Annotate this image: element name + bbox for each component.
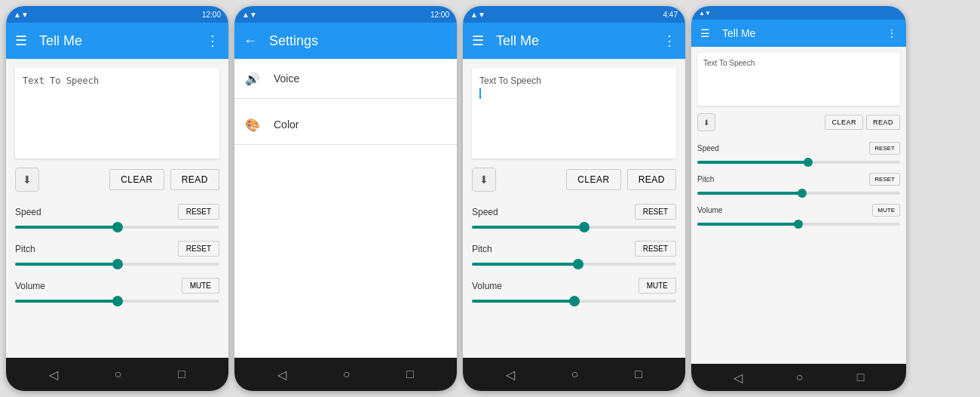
app-title-2: Settings <box>269 33 448 49</box>
speed-reset-3[interactable]: RESET <box>635 204 676 220</box>
back-nav-1[interactable]: ◁ <box>49 368 58 382</box>
speed-header-4: Speed RESET <box>697 142 900 155</box>
volume-thumb-3[interactable] <box>569 296 580 306</box>
slider-section-3: Speed RESET Pitch RESET <box>472 201 676 309</box>
read-button-4[interactable]: READ <box>866 115 900 130</box>
text-value-3: Text To Speech <box>479 75 669 86</box>
button-row-3: ⬇ CLEAR READ <box>472 165 676 195</box>
hamburger-icon-1[interactable]: ☰ <box>15 32 27 49</box>
paste-button-4[interactable]: ⬇ <box>697 113 715 131</box>
home-nav-3[interactable]: ○ <box>571 368 579 381</box>
volume-fill-1 <box>15 300 118 303</box>
clear-button-4[interactable]: CLEAR <box>825 115 863 130</box>
home-nav-2[interactable]: ○ <box>343 368 351 381</box>
pitch-reset-4[interactable]: RESET <box>869 173 900 186</box>
app-title-4: Tell Me <box>722 27 887 39</box>
speed-slider-row-4: Speed RESET <box>697 142 900 167</box>
pitch-thumb-3[interactable] <box>573 259 583 269</box>
settings-item-color[interactable]: 🎨 Color <box>234 105 457 145</box>
pitch-track-3[interactable] <box>472 263 676 266</box>
pitch-header-3: Pitch RESET <box>472 241 676 257</box>
speed-track-4[interactable] <box>697 161 900 164</box>
app-bar-1: ☰ Tell Me ⋮ <box>6 23 228 59</box>
back-nav-2[interactable]: ◁ <box>277 368 286 382</box>
volume-mute-4[interactable]: MUTE <box>872 204 900 217</box>
volume-mute-1[interactable]: MUTE <box>182 278 219 294</box>
text-display-3[interactable]: Text To Speech <box>472 68 676 158</box>
status-right-3: 4:47 <box>663 11 678 19</box>
speed-label-4: Speed <box>697 144 719 152</box>
speed-thumb-1[interactable] <box>112 222 123 232</box>
hamburger-icon-3[interactable]: ☰ <box>472 32 484 49</box>
volume-track-4[interactable] <box>697 223 900 226</box>
speed-slider-row-1: Speed RESET <box>15 204 219 232</box>
volume-mute-3[interactable]: MUTE <box>639 278 676 294</box>
volume-thumb-1[interactable] <box>112 296 123 306</box>
read-button-3[interactable]: READ <box>627 169 676 190</box>
speed-thumb-4[interactable] <box>804 158 813 167</box>
status-signal-3: ▲▼ <box>470 11 485 19</box>
status-right-1: 12:00 <box>202 11 221 19</box>
phone-3: ▲▼ 4:47 ☰ Tell Me ⋮ Text To Speech ⬇ CLE… <box>463 6 685 391</box>
speed-header-3: Speed RESET <box>472 204 676 220</box>
nav-bar-4: ◁ ○ □ <box>691 364 906 391</box>
menu-icon-3[interactable]: ⋮ <box>663 32 676 49</box>
clear-button-3[interactable]: CLEAR <box>566 169 621 190</box>
pitch-track-4[interactable] <box>697 192 900 195</box>
back-nav-3[interactable]: ◁ <box>506 368 515 382</box>
speed-fill-4 <box>697 161 809 164</box>
speed-thumb-3[interactable] <box>579 222 590 232</box>
home-nav-1[interactable]: ○ <box>115 368 122 381</box>
pitch-slider-row-1: Pitch RESET <box>15 241 219 269</box>
slider-section-4: Speed RESET Pitch RESET <box>697 139 900 232</box>
volume-thumb-4[interactable] <box>794 220 803 229</box>
volume-fill-3 <box>472 300 574 303</box>
recents-nav-2[interactable]: □ <box>406 368 414 381</box>
speed-track-1[interactable] <box>15 226 219 229</box>
text-input-1[interactable]: Text To Speech <box>15 68 219 158</box>
paste-button-1[interactable]: ⬇ <box>15 168 39 192</box>
volume-header-3: Volume MUTE <box>472 278 676 294</box>
pitch-track-1[interactable] <box>15 263 219 266</box>
home-nav-4[interactable]: ○ <box>796 371 804 384</box>
voice-label: Voice <box>274 72 299 85</box>
pitch-thumb-4[interactable] <box>798 189 807 198</box>
hamburger-icon-4[interactable]: ☰ <box>700 27 710 39</box>
text-display-4[interactable]: Text To Speech <box>697 53 900 106</box>
phone-1: ▲▼ 12:00 ☰ Tell Me ⋮ Text To Speech ⬇ CL… <box>6 6 228 391</box>
text-value-4: Text To Speech <box>703 59 755 67</box>
volume-header-1: Volume MUTE <box>15 278 219 294</box>
pitch-fill-3 <box>472 263 578 266</box>
paste-icon-1: ⬇ <box>23 174 32 186</box>
volume-track-1[interactable] <box>15 300 219 303</box>
pitch-fill-1 <box>15 263 118 266</box>
pitch-thumb-1[interactable] <box>112 259 123 269</box>
pitch-label-3: Pitch <box>472 244 492 254</box>
volume-track-3[interactable] <box>472 300 676 303</box>
status-time-2: 12:00 <box>430 11 449 19</box>
status-signal-1: ▲▼ <box>14 11 29 19</box>
menu-icon-4[interactable]: ⋮ <box>887 27 897 39</box>
volume-label-4: Volume <box>697 206 722 214</box>
recents-nav-1[interactable]: □ <box>178 368 185 381</box>
menu-icon-1[interactable]: ⋮ <box>206 32 219 49</box>
speed-track-3[interactable] <box>472 226 676 229</box>
speed-reset-4[interactable]: RESET <box>869 142 900 155</box>
app-title-1: Tell Me <box>39 33 206 49</box>
pitch-label-4: Pitch <box>697 175 714 183</box>
read-button-1[interactable]: READ <box>170 169 219 190</box>
pitch-reset-3[interactable]: RESET <box>635 241 676 257</box>
clear-button-1[interactable]: CLEAR <box>109 169 164 190</box>
back-nav-4[interactable]: ◁ <box>733 371 743 385</box>
pitch-reset-1[interactable]: RESET <box>178 241 219 257</box>
pitch-label-1: Pitch <box>15 244 35 254</box>
settings-item-voice[interactable]: 🔊 Voice <box>234 59 457 99</box>
speed-fill-3 <box>472 226 584 229</box>
back-button-2[interactable]: ← <box>243 33 257 49</box>
speed-reset-1[interactable]: RESET <box>178 204 219 220</box>
pitch-fill-4 <box>697 192 803 195</box>
speed-label-1: Speed <box>15 207 41 217</box>
recents-nav-3[interactable]: □ <box>635 368 642 381</box>
paste-button-3[interactable]: ⬇ <box>472 168 496 192</box>
recents-nav-4[interactable]: □ <box>857 371 865 384</box>
